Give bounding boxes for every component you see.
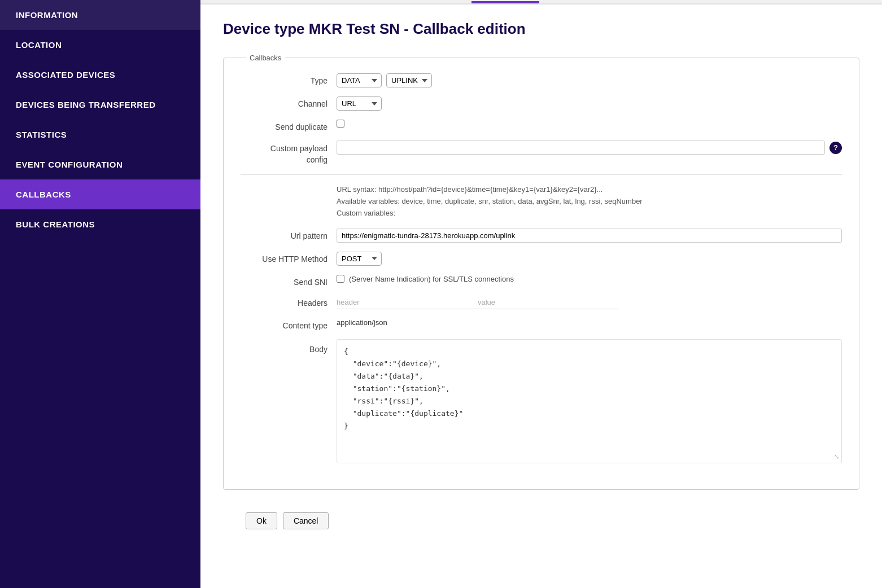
type-label: Type xyxy=(241,73,337,85)
sidebar-item-bulk-creations[interactable]: BULK CREATIONS xyxy=(0,209,200,239)
ok-button[interactable]: Ok xyxy=(246,512,277,529)
callbacks-legend: Callbacks xyxy=(246,54,285,62)
tab-bar xyxy=(200,0,882,5)
send-sni-description: (Server Name Indication) for SSL/TLS con… xyxy=(349,275,514,283)
sidebar-item-callbacks[interactable]: CALLBACKS xyxy=(0,179,200,209)
http-method-controls: POST xyxy=(337,252,842,266)
url-pattern-controls xyxy=(337,229,842,243)
url-pattern-input[interactable] xyxy=(337,229,842,243)
custom-payload-label: Custom payloadconfig xyxy=(241,141,337,165)
sidebar-item-event-configuration[interactable]: EVENT CONFIGURATION xyxy=(0,150,200,179)
http-method-select[interactable]: POST xyxy=(337,252,382,266)
resize-handle-icon: ⤡ xyxy=(834,453,839,460)
sidebar: INFORMATION LOCATION ASSOCIATED DEVICES … xyxy=(0,0,200,588)
header-col-value: value xyxy=(478,296,619,309)
http-method-label: Use HTTP Method xyxy=(241,252,337,264)
channel-controls: URL xyxy=(337,96,842,111)
page-title: Device type MKR Test SN - Callback editi… xyxy=(223,20,859,38)
body-label: Body xyxy=(241,339,337,354)
custom-payload-row: Custom payloadconfig ? xyxy=(241,141,842,165)
custom-payload-input[interactable] xyxy=(337,141,825,155)
content-type-controls: application/json xyxy=(337,318,842,327)
sidebar-item-location[interactable]: LOCATION xyxy=(0,30,200,60)
send-duplicate-controls xyxy=(337,120,842,128)
custom-payload-controls: ? xyxy=(337,141,842,155)
http-method-row: Use HTTP Method POST xyxy=(241,252,842,266)
sidebar-item-statistics[interactable]: STATISTICS xyxy=(0,120,200,150)
cancel-button[interactable]: Cancel xyxy=(283,512,329,529)
url-syntax-info: URL syntax: http://host/path?id={device}… xyxy=(337,184,842,219)
body-row: Body { "device":"{device}", "data":"{dat… xyxy=(241,339,842,463)
sidebar-item-associated-devices[interactable]: ASSOCIATED DEVICES xyxy=(0,60,200,90)
channel-row: Channel URL xyxy=(241,96,842,111)
headers-row: Headers header value xyxy=(241,296,842,309)
type-controls: DATA UPLINK xyxy=(337,73,842,87)
type-row: Type DATA UPLINK xyxy=(241,73,842,87)
send-sni-checkbox[interactable] xyxy=(337,275,344,283)
send-sni-row: Send SNI (Server Name Indication) for SS… xyxy=(241,275,842,287)
page-body: Device type MKR Test SN - Callback editi… xyxy=(200,5,882,558)
sidebar-item-information[interactable]: INFORMATION xyxy=(0,0,200,30)
body-text[interactable]: { "device":"{device}", "data":"{data}", … xyxy=(344,345,835,433)
send-duplicate-checkbox[interactable] xyxy=(337,120,344,128)
header-col-header: header xyxy=(337,296,478,309)
url-pattern-label: Url pattern xyxy=(241,229,337,240)
type-uplink-select[interactable]: UPLINK xyxy=(386,73,432,87)
send-sni-label: Send SNI xyxy=(241,275,337,287)
send-duplicate-label: Send duplicate xyxy=(241,120,337,131)
tab-indicator xyxy=(471,1,539,3)
main-content: Device type MKR Test SN - Callback editi… xyxy=(200,0,882,588)
type-data-select[interactable]: DATA xyxy=(337,73,382,87)
section-divider xyxy=(241,174,842,175)
url-pattern-row: Url pattern xyxy=(241,229,842,243)
content-type-value: application/json xyxy=(337,318,387,327)
callbacks-fieldset: Callbacks Type DATA UPLINK Channel xyxy=(223,54,859,490)
content-type-label: Content type xyxy=(241,318,337,330)
help-icon[interactable]: ? xyxy=(829,142,842,154)
content-type-row: Content type application/json xyxy=(241,318,842,330)
channel-label: Channel xyxy=(241,96,337,108)
form-actions: Ok Cancel xyxy=(223,507,859,535)
headers-controls: header value xyxy=(337,296,842,309)
sidebar-item-devices-being-transferred[interactable]: DEVICES BEING TRANSFERRED xyxy=(0,90,200,120)
channel-select[interactable]: URL xyxy=(337,96,382,111)
headers-label: Headers xyxy=(241,296,337,308)
send-duplicate-row: Send duplicate xyxy=(241,120,842,131)
send-sni-controls: (Server Name Indication) for SSL/TLS con… xyxy=(337,275,842,283)
body-container: { "device":"{device}", "data":"{data}", … xyxy=(337,339,842,463)
